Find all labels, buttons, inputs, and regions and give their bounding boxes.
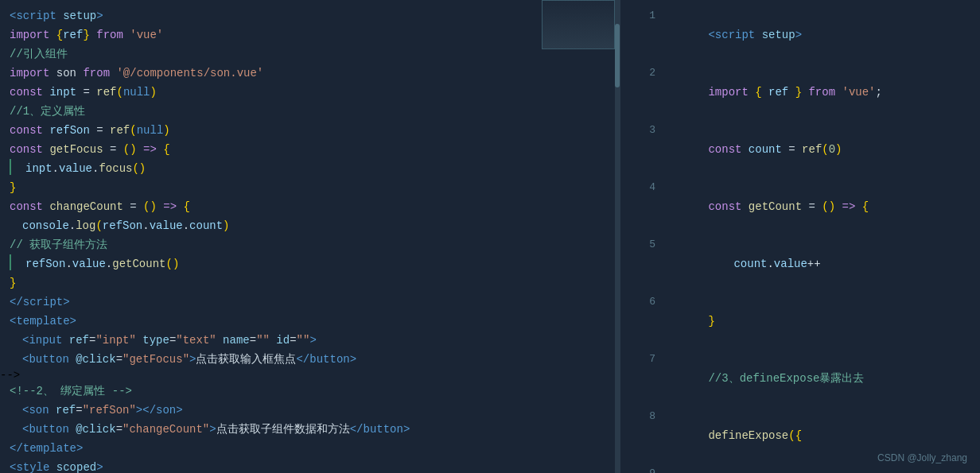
line-number: 3 <box>630 121 655 140</box>
line-number: 2 <box>630 64 655 83</box>
right-code-line: 3 const count = ref(0) <box>620 121 980 178</box>
code-line: } <box>0 273 620 293</box>
code-line: //引入组件 <box>0 45 620 64</box>
line-number: 7 <box>630 350 655 369</box>
line-number: 4 <box>630 178 655 197</box>
code-line: import {ref} from 'vue' <box>0 25 620 45</box>
code-line: <style scoped> <box>0 458 620 473</box>
line-number: 5 <box>630 235 655 254</box>
code-line: <template> <box>0 312 620 331</box>
code-line: <!--2、 绑定属性 --> <box>0 382 620 401</box>
code-line: </template> <box>0 439 620 458</box>
left-scrollbar[interactable] <box>615 0 620 473</box>
code-line: const getFocus = () => { <box>0 140 620 159</box>
code-line: <button @click="changeCount">点击获取子组件数据和方… <box>0 420 620 439</box>
left-code-panel: <script setup> import {ref} from 'vue' /… <box>0 0 620 473</box>
code-line: <input ref="inpt" type="text" name="" id… <box>0 331 620 350</box>
left-code-content: <script setup> import {ref} from 'vue' /… <box>0 6 620 473</box>
code-line: const refSon = ref(null) <box>0 121 620 140</box>
code-line: <son ref="refSon"></son> <box>0 401 620 420</box>
line-number: 9 <box>630 464 655 473</box>
right-code-line: 6 } <box>620 293 980 350</box>
code-line: console.log(refSon.value.count) <box>0 216 620 235</box>
code-line: const changeCount = () => { <box>0 197 620 216</box>
code-line: //1、定义属性 <box>0 102 620 121</box>
right-code-line: 9 count, <box>620 464 980 473</box>
line-number: 1 <box>630 6 655 25</box>
code-line: } <box>0 178 620 197</box>
right-code-panel: 1 <script setup> 2 import { ref } from '… <box>620 0 980 473</box>
line-number: 8 <box>630 407 655 426</box>
right-code-line: 1 <script setup> <box>620 6 980 64</box>
code-line: const inpt = ref(null) <box>0 83 620 102</box>
right-code-line: 4 const getCount = () => { <box>620 178 980 235</box>
line-number: 6 <box>630 293 655 312</box>
code-line: <script setup> <box>0 6 620 25</box>
code-line: import son from '@/components/son.vue' <box>0 64 620 83</box>
right-code-line: 5 count.value++ <box>620 235 980 293</box>
minimap-thumbnail <box>542 0 615 49</box>
code-line: // 获取子组件方法 <box>0 235 620 254</box>
watermark: CSDN @Jolly_zhang <box>877 452 967 463</box>
code-line: inpt.value.focus() <box>0 159 620 178</box>
right-code-line: 2 import { ref } from 'vue'; <box>620 64 980 121</box>
code-line: </script> <box>0 293 620 312</box>
right-code-line: 7 //3、defineExpose暴露出去 <box>620 350 980 407</box>
code-line: <button @click="getFocus">点击获取输入框焦点</but… <box>0 350 620 369</box>
code-line: refSon.value.getCount() <box>0 254 620 273</box>
